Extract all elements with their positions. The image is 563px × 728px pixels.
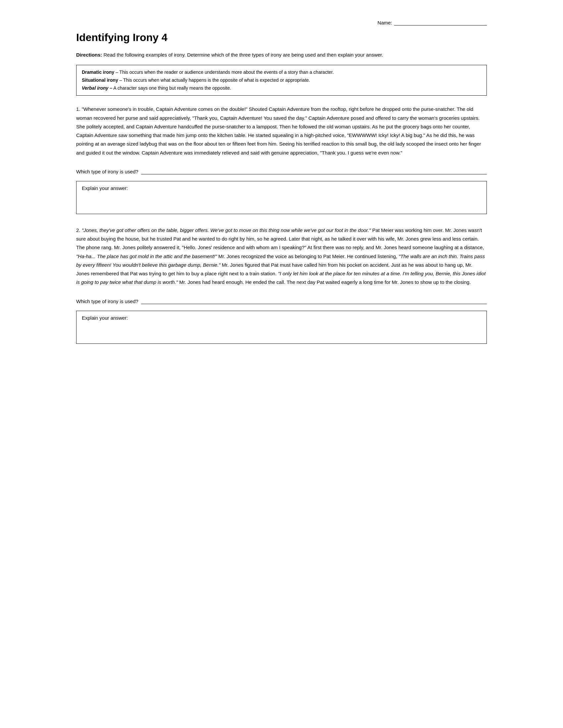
def-situational: Situational irony – This occurs when wha…: [82, 76, 481, 84]
passage-1-number: 1.: [76, 106, 82, 112]
passage-2: 2. "Jones, they've got other offers on t…: [76, 226, 487, 287]
question-1-answer[interactable]: [141, 167, 487, 174]
definitions-box: Dramatic irony – This occurs when the re…: [76, 65, 487, 96]
def-dramatic-term: Dramatic irony: [82, 69, 114, 75]
passage-2-number: 2.: [76, 227, 82, 233]
def-verbal-term: Verbal irony –: [82, 85, 112, 91]
name-underline[interactable]: [394, 20, 487, 25]
name-line: Name:: [76, 20, 487, 25]
question-1-label: Which type of irony is used?: [76, 169, 138, 174]
question-2-label: Which type of irony is used?: [76, 298, 138, 304]
explain-box-1[interactable]: Explain your answer:: [76, 181, 487, 214]
def-situational-suffix: – This occurs when what actually happens…: [118, 77, 310, 83]
name-label: Name:: [378, 20, 392, 25]
explain-label-1: Explain your answer:: [82, 185, 128, 191]
def-dramatic: Dramatic irony – This occurs when the re…: [82, 68, 481, 76]
def-dramatic-suffix: – This occurs when the reader or audienc…: [114, 69, 334, 75]
directions-bold: Directions:: [76, 52, 102, 58]
directions-text: Read the following examples of irony. De…: [102, 52, 383, 58]
passage-1-text: "Whenever someone's in trouble, Captain …: [76, 106, 481, 155]
question-2-line: Which type of irony is used?: [76, 297, 487, 304]
def-verbal-suffix: A character says one thing but really me…: [112, 85, 231, 91]
passage-2-italic-2: "Ha-ha... The place has got mold in the …: [76, 253, 217, 259]
question-2-answer[interactable]: [141, 297, 487, 304]
def-situational-term: Situational irony: [82, 77, 118, 83]
passage-2-italic-intro: "Jones, they've got other offers on the …: [82, 227, 371, 233]
explain-box-2[interactable]: Explain your answer:: [76, 311, 487, 344]
def-verbal: Verbal irony – A character says one thin…: [82, 84, 481, 92]
passage-2-text-b: Mr. Jones recognized the voice as belong…: [217, 253, 399, 259]
page-title: Identifying Irony 4: [76, 31, 487, 44]
question-1-line: Which type of irony is used?: [76, 167, 487, 174]
explain-label-2: Explain your answer:: [82, 315, 128, 321]
passage-2-text-d: Mr. Jones had heard enough. He ended the…: [178, 279, 471, 285]
passage-1: 1. "Whenever someone's in trouble, Capta…: [76, 105, 487, 157]
page: Name: Identifying Irony 4 Directions: Re…: [50, 0, 513, 376]
directions: Directions: Read the following examples …: [76, 51, 487, 59]
